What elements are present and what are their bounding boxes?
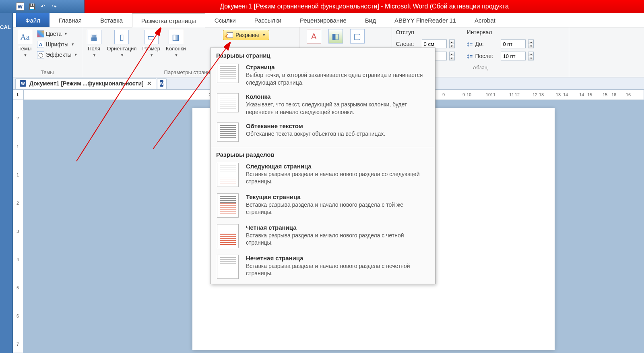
effects-label: Эффекты bbox=[46, 52, 72, 58]
indent-header: Отступ bbox=[396, 29, 455, 35]
breaks-menu-item[interactable]: СтраницаВыбор точки, в которой заканчива… bbox=[211, 60, 434, 90]
margins-label: Поля bbox=[88, 46, 100, 52]
chevron-down-icon: ▼ bbox=[150, 53, 153, 57]
breaks-menu-item[interactable]: Нечетная страницаВставка разрыва раздела… bbox=[211, 251, 434, 282]
chevron-down-icon: ▼ bbox=[24, 53, 27, 57]
break-type-icon bbox=[217, 193, 239, 218]
save-icon[interactable]: 💾 bbox=[28, 3, 35, 10]
breaks-menu-item[interactable]: Следующая страницаВставка разрыва раздел… bbox=[211, 160, 434, 190]
page-borders-icon[interactable]: ▢ bbox=[350, 29, 365, 44]
spacing-before-field[interactable]: ‡≡ До: ▲▼ bbox=[467, 39, 534, 49]
document-tab-other[interactable]: W bbox=[157, 78, 167, 89]
tab-view[interactable]: Вид bbox=[356, 13, 385, 27]
spacing-header: Интервал bbox=[467, 29, 534, 35]
spinner[interactable]: ▲▼ bbox=[528, 52, 534, 60]
fonts-icon: A bbox=[37, 41, 44, 48]
break-type-icon bbox=[217, 93, 239, 112]
vertical-ruler[interactable]: 211234567 bbox=[13, 100, 23, 353]
colors-button[interactable]: Цвета ▼ bbox=[36, 29, 78, 39]
undo-icon[interactable]: ↶ bbox=[39, 3, 47, 10]
effects-icon: ◯ bbox=[37, 51, 44, 58]
tab-page-layout[interactable]: Разметка страницы bbox=[132, 13, 205, 27]
breaks-menu-item[interactable]: Обтекание текстомОбтекание текста вокруг… bbox=[211, 119, 434, 145]
breaks-section-page: Разрывы страниц bbox=[211, 50, 434, 60]
breaks-section-section: Разрывы разделов bbox=[211, 147, 434, 160]
tab-acrobat[interactable]: Acrobat bbox=[465, 13, 505, 27]
chevron-down-icon: ▼ bbox=[93, 53, 96, 57]
size-icon: ▭ bbox=[144, 30, 159, 44]
word-doc-icon: W bbox=[20, 80, 26, 87]
break-item-title: Колонка bbox=[246, 93, 429, 100]
indent-left-input[interactable] bbox=[422, 39, 447, 48]
columns-label: Колонки bbox=[166, 46, 186, 52]
break-type-icon bbox=[217, 255, 239, 279]
fonts-button[interactable]: A Шрифты ▼ bbox=[36, 39, 78, 49]
close-icon[interactable]: ✕ bbox=[147, 80, 152, 87]
window-title: Документ1 [Режим ограниченной функционал… bbox=[85, 3, 644, 10]
breaks-button[interactable]: Разрывы ▼ bbox=[223, 30, 269, 40]
size-button[interactable]: ▭ Размер ▼ bbox=[140, 29, 162, 58]
spacing-after-input[interactable] bbox=[501, 52, 526, 60]
break-item-title: Страница bbox=[246, 64, 429, 71]
tab-home[interactable]: Главная bbox=[50, 13, 91, 27]
margins-button[interactable]: ▦ Поля ▼ bbox=[85, 29, 103, 58]
breaks-dropdown: Разрывы страниц СтраницаВыбор точки, в к… bbox=[210, 48, 436, 284]
chevron-down-icon: ▼ bbox=[64, 32, 68, 36]
breaks-menu-item[interactable]: Текущая страницаВставка разрыва раздела … bbox=[211, 190, 434, 221]
page-color-icon[interactable]: ◧ bbox=[328, 29, 343, 44]
breaks-menu-item[interactable]: Четная страницаВставка разрыва раздела и… bbox=[211, 221, 434, 251]
breaks-icon bbox=[227, 32, 233, 38]
spinner[interactable]: ▲▼ bbox=[449, 52, 455, 60]
tab-mailings[interactable]: Рассылки bbox=[245, 13, 291, 27]
tab-review[interactable]: Рецензирование bbox=[291, 13, 356, 27]
tab-references[interactable]: Ссылки bbox=[205, 13, 245, 27]
orientation-label: Ориентация bbox=[107, 46, 137, 52]
break-item-desc: Выбор точки, в которой заканчивается одн… bbox=[246, 71, 429, 87]
spacing-before-input[interactable] bbox=[501, 39, 526, 48]
ruler-corner[interactable]: L bbox=[13, 89, 23, 100]
cal-label: CAL bbox=[0, 24, 11, 30]
watermark-icon[interactable]: A bbox=[307, 29, 321, 44]
break-item-desc: Указывает, что текст, следующий за разры… bbox=[246, 101, 429, 116]
word-doc-icon: W bbox=[160, 80, 163, 87]
chevron-down-icon: ▼ bbox=[120, 53, 124, 57]
break-item-title: Обтекание текстом bbox=[246, 123, 429, 129]
break-type-icon bbox=[217, 123, 239, 142]
document-tab-active[interactable]: W Документ1 [Режим ...функциональности] … bbox=[15, 78, 156, 89]
breaks-label: Разрывы bbox=[235, 32, 259, 38]
fonts-label: Шрифты bbox=[46, 41, 68, 48]
titlebar: W 💾 ↶ ↷ Документ1 [Режим ограниченной фу… bbox=[0, 0, 644, 13]
group-themes-label: Темы bbox=[16, 69, 78, 76]
document-tab-label: Документ1 [Режим ...функциональности] bbox=[29, 80, 144, 87]
break-type-icon bbox=[217, 163, 239, 187]
tab-file[interactable]: Файл bbox=[16, 13, 50, 27]
group-themes: Aa Темы ▼ Цвета ▼ A Шрифты ▼ ◯ Эффекты bbox=[13, 27, 82, 77]
tab-insert[interactable]: Вставка bbox=[91, 13, 132, 27]
themes-label: Темы bbox=[19, 46, 32, 52]
chevron-down-icon: ▼ bbox=[74, 53, 78, 57]
margins-icon: ▦ bbox=[87, 30, 101, 44]
break-item-desc: Вставка разрыва раздела и начало нового … bbox=[246, 201, 429, 216]
quick-access-toolbar: W 💾 ↶ ↷ bbox=[0, 0, 85, 13]
breaks-menu-item[interactable]: КолонкаУказывает, что текст, следующий з… bbox=[211, 90, 434, 119]
break-item-desc: Вставка разрыва раздела и начало нового … bbox=[246, 170, 429, 186]
columns-button[interactable]: ▥ Колонки ▼ bbox=[164, 29, 188, 58]
tab-abbyy[interactable]: ABBYY FineReader 11 bbox=[385, 13, 465, 27]
effects-button[interactable]: ◯ Эффекты ▼ bbox=[36, 50, 78, 60]
break-item-title: Четная страница bbox=[246, 224, 429, 231]
ribbon-tabs: Файл Главная Вставка Разметка страницы С… bbox=[13, 13, 644, 27]
themes-button[interactable]: Aa Темы ▼ bbox=[16, 29, 34, 58]
spinner[interactable]: ▲▼ bbox=[528, 39, 534, 48]
word-app-icon[interactable]: W bbox=[16, 2, 24, 10]
break-item-desc: Вставка разрыва раздела и начало нового … bbox=[246, 262, 429, 278]
themes-icon: Aa bbox=[18, 30, 32, 44]
orientation-icon: ▯ bbox=[114, 30, 129, 44]
redo-icon[interactable]: ↷ bbox=[51, 3, 58, 10]
break-item-desc: Обтекание текста вокруг объектов на веб-… bbox=[246, 130, 429, 138]
break-item-title: Нечетная страница bbox=[246, 255, 429, 262]
spinner[interactable]: ▲▼ bbox=[449, 39, 455, 48]
columns-icon: ▥ bbox=[169, 30, 183, 44]
spacing-after-field[interactable]: ‡≡ После: ▲▼ bbox=[467, 51, 534, 61]
break-type-icon bbox=[217, 64, 239, 83]
orientation-button[interactable]: ▯ Ориентация ▼ bbox=[105, 29, 138, 58]
